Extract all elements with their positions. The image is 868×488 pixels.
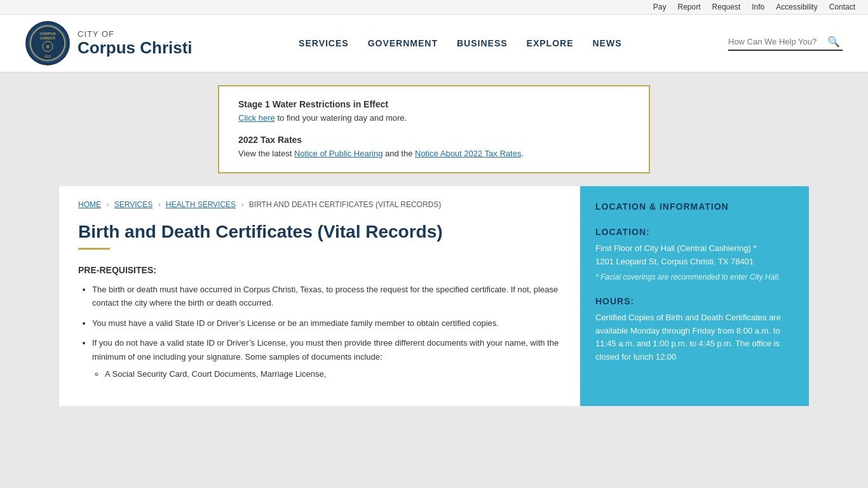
ann-water-title: Stage 1 Water Restrictions in Effect bbox=[238, 99, 630, 109]
breadcrumb-health[interactable]: HEALTH SERVICES bbox=[166, 200, 236, 209]
main-panel: HOME › SERVICES › HEALTH SERVICES › BIRT… bbox=[59, 186, 580, 406]
search-input[interactable] bbox=[728, 37, 824, 46]
ann-tax-middle: and the bbox=[383, 149, 415, 158]
city-name-area: CITY OF Corpus Christi bbox=[78, 29, 193, 57]
utility-accessibility[interactable]: Accessibility bbox=[776, 3, 817, 11]
announcement-tax: 2022 Tax Rates View the latest Notice of… bbox=[238, 135, 630, 160]
location-body: First Floor of City Hall (Central Cashie… bbox=[595, 242, 794, 283]
nav-explore[interactable]: EXPLORE bbox=[527, 35, 574, 51]
location-line1: First Floor of City Hall (Central Cashie… bbox=[595, 242, 794, 255]
search-button[interactable]: 🔍 bbox=[827, 36, 840, 48]
utility-report[interactable]: Report bbox=[678, 3, 701, 11]
nav-services[interactable]: SERVICES bbox=[299, 35, 349, 51]
info-panel-title: LOCATION & INFORMATION bbox=[595, 201, 794, 212]
breadcrumb-sep-2: › bbox=[158, 200, 161, 209]
prereq-list: The birth or death must have occurred in… bbox=[78, 283, 561, 381]
announcement-box: Stage 1 Water Restrictions in Effect Cli… bbox=[218, 85, 650, 173]
location-line2: 1201 Leopard St, Corpus Christi, TX 7840… bbox=[595, 255, 794, 269]
info-panel: LOCATION & INFORMATION LOCATION: First F… bbox=[580, 186, 809, 406]
ann-tax-link2[interactable]: Notice About 2022 Tax Rates bbox=[415, 149, 521, 158]
breadcrumb-sep-1: › bbox=[106, 200, 109, 209]
title-underline bbox=[78, 248, 110, 250]
page-title: Birth and Death Certificates (Vital Reco… bbox=[78, 221, 561, 243]
ann-tax-link1[interactable]: Notice of Public Hearing bbox=[294, 149, 383, 158]
ann-tax-before: View the latest bbox=[238, 149, 294, 158]
ann-tax-after: . bbox=[521, 149, 524, 158]
site-logo[interactable]: CORPUS CHRISTI ☸ 1852 CITY OF Corpus Chr… bbox=[25, 21, 193, 65]
announcement-wrapper: Stage 1 Water Restrictions in Effect Cli… bbox=[0, 72, 868, 186]
breadcrumb: HOME › SERVICES › HEALTH SERVICES › BIRT… bbox=[78, 199, 561, 211]
hours-heading: HOURS: bbox=[595, 296, 794, 306]
ann-water-body: Click here to find your watering day and… bbox=[238, 112, 630, 125]
utility-info[interactable]: Info bbox=[752, 3, 764, 11]
ann-tax-title: 2022 Tax Rates bbox=[238, 135, 630, 145]
utility-bar: Pay Report Request Info Accessibility Co… bbox=[0, 0, 868, 15]
svg-text:1852: 1852 bbox=[44, 55, 51, 58]
ann-water-link[interactable]: Click here bbox=[238, 113, 275, 123]
svg-text:CHRISTI: CHRISTI bbox=[40, 36, 55, 40]
utility-pay[interactable]: Pay bbox=[653, 3, 667, 11]
nav-business[interactable]: BUSINESS bbox=[457, 35, 508, 51]
ann-water-after: to find your watering day and more. bbox=[277, 113, 407, 123]
prereq-item-3: If you do not have a valid state ID or D… bbox=[92, 336, 561, 381]
main-nav: SERVICES GOVERNMENT BUSINESS EXPLORE NEW… bbox=[205, 35, 715, 51]
prereq-item-1: The birth or death must have occurred in… bbox=[92, 283, 561, 310]
location-section: LOCATION: First Floor of City Hall (Cent… bbox=[595, 227, 794, 283]
svg-text:CORPUS: CORPUS bbox=[39, 32, 56, 36]
logo-circle: CORPUS CHRISTI ☸ 1852 bbox=[25, 21, 70, 65]
breadcrumb-services[interactable]: SERVICES bbox=[114, 200, 153, 209]
search-area: 🔍 bbox=[728, 36, 843, 51]
sub-prereq-item-1: A Social Security Card, Court Documents,… bbox=[105, 367, 561, 381]
utility-request[interactable]: Request bbox=[712, 3, 741, 11]
hours-body: Certified Copies of Birth and Death Cert… bbox=[595, 311, 794, 364]
nav-government[interactable]: GOVERNMENT bbox=[368, 35, 438, 51]
breadcrumb-sep-3: › bbox=[241, 200, 243, 209]
announcement-water: Stage 1 Water Restrictions in Effect Cli… bbox=[238, 99, 630, 125]
svg-text:☸: ☸ bbox=[46, 44, 50, 49]
breadcrumb-home[interactable]: HOME bbox=[78, 200, 101, 209]
prereq-item-2: You must have a valid State ID or Driver… bbox=[92, 316, 561, 330]
city-of-label: CITY OF bbox=[78, 29, 193, 39]
nav-news[interactable]: NEWS bbox=[592, 35, 621, 51]
main-content-wrapper: HOME › SERVICES › HEALTH SERVICES › BIRT… bbox=[0, 186, 868, 431]
site-header: CORPUS CHRISTI ☸ 1852 CITY OF Corpus Chr… bbox=[0, 15, 868, 72]
city-name-label: Corpus Christi bbox=[78, 39, 193, 57]
location-heading: LOCATION: bbox=[595, 227, 794, 237]
prereq-heading: PRE-REQUISITES: bbox=[78, 265, 561, 275]
sub-prereq-list: A Social Security Card, Court Documents,… bbox=[92, 367, 561, 381]
hours-section: HOURS: Certified Copies of Birth and Dea… bbox=[595, 296, 794, 364]
content-container: HOME › SERVICES › HEALTH SERVICES › BIRT… bbox=[59, 186, 809, 406]
location-note: * Facial coverings are recommended to en… bbox=[595, 271, 794, 283]
ann-tax-body: View the latest Notice of Public Hearing… bbox=[238, 147, 630, 160]
utility-contact[interactable]: Contact bbox=[829, 3, 855, 11]
breadcrumb-current: BIRTH AND DEATH CERTIFICATES (VITAL RECO… bbox=[249, 200, 441, 209]
